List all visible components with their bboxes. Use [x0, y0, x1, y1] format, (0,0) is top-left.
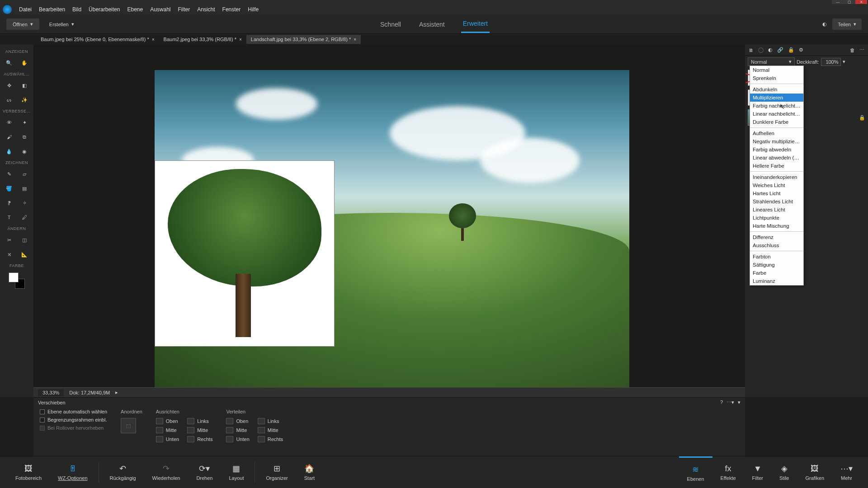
hand-tool-icon[interactable]: ✋ [20, 58, 29, 67]
create-button[interactable]: Erstellen▾ [43, 19, 80, 30]
spot-heal-tool-icon[interactable]: ✦ [20, 118, 29, 127]
blend-option[interactable]: Differenz [750, 233, 803, 241]
panel-menu-icon[interactable]: ⋯▾ [726, 399, 734, 405]
document-tab[interactable]: Baum2.jpeg bei 33,3% (RGB/8) *× [159, 35, 246, 44]
blend-option[interactable]: Sättigung [750, 261, 803, 269]
straighten-tool-icon[interactable]: 📐 [20, 250, 29, 259]
blend-option[interactable]: Aufhellen [750, 129, 803, 137]
zoom-tool-icon[interactable]: 🔍 [5, 58, 14, 67]
close-icon[interactable]: × [152, 37, 155, 42]
mode-tab-assistant[interactable]: Assistent [417, 16, 447, 33]
menu-filter[interactable]: Filter [178, 6, 190, 13]
eraser-tool-icon[interactable]: ▱ [20, 169, 29, 178]
blend-option[interactable]: Hartes Licht [750, 189, 803, 197]
brush-tool-icon[interactable]: 🖌 [5, 132, 14, 141]
blend-option[interactable]: Linear nachbelicht… [750, 110, 803, 118]
auto-select-checkbox[interactable]: Ebene automatisch wählen [40, 409, 107, 414]
marquee-tool-icon[interactable]: ◧ [20, 81, 29, 90]
close-button[interactable]: ✕ [855, 0, 867, 4]
align-top-button[interactable]: Oben [156, 418, 179, 424]
close-icon[interactable]: × [239, 37, 242, 42]
color-swatches[interactable] [9, 272, 25, 289]
effects-tab-button[interactable]: fxEffekte [712, 456, 744, 488]
distribute-left-button[interactable]: Links [258, 418, 283, 424]
close-icon[interactable]: × [354, 37, 356, 42]
minimize-button[interactable]: — [832, 0, 844, 4]
filters-tab-button[interactable]: ▼Filter [744, 456, 771, 488]
blend-option[interactable]: Negativ multiplizie… [750, 137, 803, 145]
blend-option[interactable]: Lichtpunkte [750, 214, 803, 222]
menu-help[interactable]: Hilfe [248, 6, 259, 13]
blend-option[interactable]: Farbton [750, 253, 803, 261]
pasted-layer-tree[interactable] [155, 160, 335, 347]
lock-icon[interactable]: 🔒 [859, 115, 865, 121]
blend-option[interactable]: Farbe [750, 269, 803, 277]
clone-tool-icon[interactable]: ⧉ [20, 132, 29, 141]
move-tool-icon[interactable]: ✥ [5, 81, 14, 90]
blend-mode-dropdown[interactable]: Normal Sprenkeln Abdunkeln Multipliziere… [750, 66, 804, 286]
panel-menu-icon[interactable]: ⋯ [859, 47, 864, 53]
collapse-icon[interactable]: ▾ [738, 399, 741, 405]
blend-mode-select[interactable]: Normal▾ [748, 57, 795, 66]
blend-option[interactable]: Farbig abwedeln [750, 145, 803, 154]
blend-option[interactable]: Strahlendes Licht [750, 197, 803, 206]
undo-button[interactable]: ↶Rückgängig [102, 456, 144, 488]
maximize-button[interactable]: ▢ [844, 0, 855, 4]
menu-window[interactable]: Fenster [222, 6, 241, 13]
blend-option[interactable]: Multiplizieren [750, 94, 803, 102]
arrange-icon[interactable]: ⬚ [121, 418, 136, 433]
styles-tab-button[interactable]: ◈Stile [771, 456, 797, 488]
menu-select[interactable]: Auswahl [150, 6, 170, 13]
blend-option[interactable]: Linear abwedeln (… [750, 154, 803, 162]
blend-option[interactable]: Luminanz [750, 277, 803, 285]
blend-option[interactable]: Lineares Licht [750, 206, 803, 214]
menu-view[interactable]: Ansicht [197, 6, 215, 13]
document-tab[interactable]: Baum.jpeg bei 25% (Ebene 0, Ebenenmaske/… [36, 35, 159, 44]
gradient-tool-icon[interactable]: ▤ [20, 184, 29, 193]
chevron-right-icon[interactable]: ▸ [115, 389, 118, 395]
help-icon[interactable]: ? [720, 399, 723, 405]
distribute-right-button[interactable]: Rechts [258, 436, 283, 442]
redo-button[interactable]: ↷Wiederholen [144, 456, 189, 488]
blend-option[interactable]: Dunklere Farbe [750, 118, 803, 126]
blend-option[interactable]: Sprenkeln [750, 74, 803, 82]
layer-mask-icon[interactable]: ◯ [758, 47, 764, 53]
type-tool-icon[interactable]: T [5, 213, 14, 222]
new-layer-icon[interactable]: 🗎 [749, 47, 754, 53]
recompose-tool-icon[interactable]: ◫ [20, 235, 29, 244]
wand-tool-icon[interactable]: ✨ [20, 95, 29, 104]
menu-enhance[interactable]: Überarbeiten [89, 6, 120, 13]
align-center-button[interactable]: Mitte [187, 427, 212, 433]
blend-option[interactable]: Farbig nachbelicht… [750, 102, 803, 110]
align-left-button[interactable]: Links [187, 418, 212, 424]
bounding-box-checkbox[interactable]: Begrenzungsrahmen einbl. [40, 417, 107, 422]
blend-option[interactable]: Ineinanderkopieren [750, 173, 803, 181]
blend-option[interactable]: Hellere Farbe [750, 162, 803, 170]
content-aware-tool-icon[interactable]: ⤨ [5, 250, 14, 259]
blend-option[interactable]: Normal [750, 66, 803, 74]
menu-image[interactable]: Bild [72, 6, 81, 13]
fill-tool-icon[interactable]: 🪣 [5, 184, 14, 193]
blend-option[interactable]: Weiches Licht [750, 181, 803, 189]
sponge-tool-icon[interactable]: ◉ [20, 147, 29, 156]
open-button[interactable]: Öffnen▾ [6, 19, 39, 30]
delete-layer-icon[interactable]: 🗑 [850, 47, 855, 53]
align-right-button[interactable]: Rechts [187, 436, 212, 442]
graphics-tab-button[interactable]: 🖼Grafiken [797, 456, 832, 488]
blend-option[interactable]: Abdunkeln [750, 85, 803, 94]
more-tab-button[interactable]: ⋯▾Mehr [832, 456, 861, 488]
distribute-middle-button[interactable]: Mitte [226, 427, 249, 433]
layout-button[interactable]: ▦Layout [221, 456, 252, 488]
align-middle-button[interactable]: Mitte [156, 427, 179, 433]
theme-toggle-icon[interactable]: ◐ [822, 21, 827, 27]
opacity-value-input[interactable]: 100% [821, 58, 841, 66]
distribute-top-button[interactable]: Oben [226, 418, 249, 424]
tool-options-button[interactable]: 🎚WZ-Optionen [50, 456, 95, 488]
menu-layer[interactable]: Ebene [127, 6, 143, 13]
menu-file[interactable]: Datei [19, 6, 32, 13]
foreground-color-swatch[interactable] [9, 272, 19, 282]
distribute-bottom-button[interactable]: Unten [226, 436, 249, 442]
blur-tool-icon[interactable]: 💧 [5, 147, 14, 156]
layers-tab-button[interactable]: ≋Ebenen [679, 456, 712, 488]
mode-tab-advanced[interactable]: Erweitert [461, 15, 490, 33]
